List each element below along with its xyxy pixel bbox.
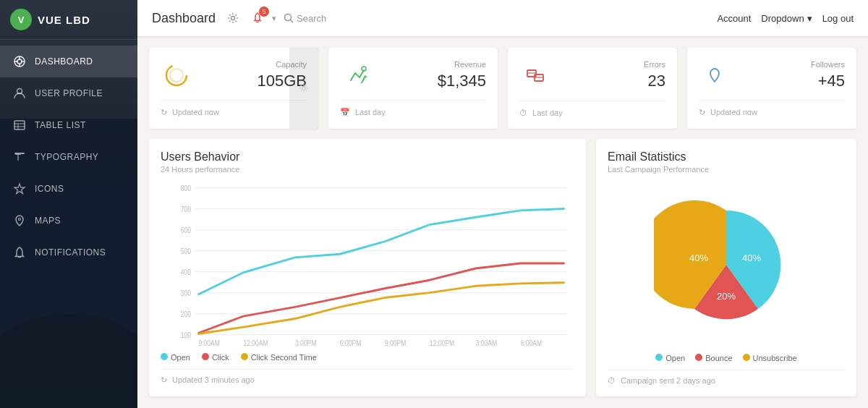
pie-legend-unsubscribe: Unsubscribe <box>743 354 797 362</box>
pie-chart-container: 40% 20% 40% <box>608 187 845 342</box>
email-footer: ⏱ Campaign sent 2 days ago <box>608 370 845 385</box>
typography-icon: T <box>12 149 27 165</box>
sidebar-item-maps[interactable]: Maps <box>0 205 137 237</box>
card-capacity-top: Capacity 105GB <box>161 59 307 91</box>
errors-icon <box>519 59 551 91</box>
sidebar-nav: Dashboard User Profile Table <box>0 40 137 408</box>
sidebar-item-dashboard-label: Dashboard <box>35 56 93 67</box>
card-revenue: Revenue $1,345 📅 Last day <box>328 48 498 129</box>
sidebar-logo[interactable]: V VUE LBD <box>0 0 137 40</box>
clock-icon-2: ⏱ <box>608 376 616 385</box>
dropdown-btn[interactable]: Dropdown ▾ <box>761 13 812 24</box>
svg-point-18 <box>170 69 183 82</box>
sidebar-item-user-profile-label: User Profile <box>35 88 103 98</box>
search-label: Search <box>297 13 326 24</box>
svg-text:6:00AM: 6:00AM <box>521 339 542 347</box>
svg-point-19 <box>302 87 306 90</box>
followers-value: +45 <box>811 72 845 90</box>
svg-text:600: 600 <box>181 226 191 234</box>
svg-text:200: 200 <box>181 310 191 318</box>
topbar-icons: 5 ▾ <box>223 8 276 28</box>
legend-click2: Click Second Time <box>241 353 317 362</box>
revenue-icon <box>340 59 372 91</box>
sidebar-item-icons[interactable]: Icons <box>0 173 137 205</box>
svg-line-16 <box>291 20 294 23</box>
account-link[interactable]: Account <box>717 13 751 24</box>
dashboard-icon <box>12 54 27 69</box>
svg-point-13 <box>19 218 21 221</box>
sidebar-item-dashboard[interactable]: Dashboard <box>0 46 137 77</box>
email-stats-subtitle: Last Campaign Performance <box>608 165 845 174</box>
icons-icon <box>12 181 27 197</box>
chevron-down-icon: ▾ <box>807 13 812 24</box>
svg-text:700: 700 <box>181 205 191 213</box>
settings-icon-btn[interactable] <box>223 8 243 28</box>
notification-badge: 5 <box>259 7 269 17</box>
revenue-footer: 📅 Last day <box>340 100 486 117</box>
calendar-icon: 📅 <box>340 108 350 116</box>
page-title: Dashboard <box>152 11 216 26</box>
refresh-icon: ↻ <box>161 108 167 116</box>
svg-text:500: 500 <box>181 247 191 255</box>
svg-text:12:00PM: 12:00PM <box>430 339 454 347</box>
svg-text:800: 800 <box>181 184 191 192</box>
svg-text:12:00AM: 12:00AM <box>243 339 268 347</box>
logo-text: VUE LBD <box>38 14 90 26</box>
pie-legend-open: Open <box>655 354 685 362</box>
notification-icon <box>12 245 27 260</box>
users-behavior-panel: Users Behavior 24 Hours performance <box>149 139 586 396</box>
svg-rect-12 <box>14 153 25 154</box>
svg-text:3:00AM: 3:00AM <box>476 339 498 347</box>
notification-badge-btn[interactable]: 5 <box>247 8 268 28</box>
svg-point-17 <box>166 65 187 85</box>
followers-icon <box>699 59 731 91</box>
capacity-icon <box>161 59 192 91</box>
bottom-panels: Users Behavior 24 Hours performance <box>149 139 856 396</box>
svg-text:6:00PM: 6:00PM <box>340 339 362 347</box>
followers-label: Followers <box>811 60 845 69</box>
svg-text:300: 300 <box>181 289 191 297</box>
refresh-icon-3: ↻ <box>161 375 167 384</box>
stats-cards: Capacity 105GB ↻ Updated now <box>149 48 856 129</box>
sidebar-item-typography-label: Typography <box>35 152 98 162</box>
sidebar-item-notifications[interactable]: Notifications <box>0 237 137 268</box>
topbar-right: Account Dropdown ▾ Log out <box>717 13 854 24</box>
svg-point-14 <box>231 17 235 20</box>
chart-legend: Open Click Click Second Time <box>161 353 574 362</box>
card-settings-btn[interactable] <box>289 48 318 129</box>
pie-legend: Open Bounce Unsubscribe <box>608 354 845 362</box>
capacity-footer: ↻ Updated now <box>161 100 307 117</box>
search-btn[interactable]: Search <box>284 13 326 24</box>
svg-point-15 <box>285 14 292 21</box>
maps-icon <box>12 213 27 229</box>
main-content: Dashboard 5 ▾ Search <box>137 0 868 408</box>
badge-dropdown[interactable]: ▾ <box>272 14 276 23</box>
revenue-value: $1,345 <box>438 72 486 90</box>
email-stats-title: Email Statistics <box>608 150 845 163</box>
card-errors-top: Errors 23 <box>519 59 665 91</box>
sidebar-item-icons-label: Icons <box>35 184 64 194</box>
logout-link[interactable]: Log out <box>822 13 854 24</box>
svg-text:9:00PM: 9:00PM <box>385 339 407 347</box>
revenue-label: Revenue <box>438 60 486 69</box>
behavior-chart: 800 700 600 500 400 300 200 100 9:00AM 1… <box>161 179 574 347</box>
svg-rect-7 <box>14 121 25 129</box>
user-icon <box>12 85 27 101</box>
sidebar-item-table-list[interactable]: Table List <box>0 109 137 141</box>
svg-text:3:00PM: 3:00PM <box>295 339 317 347</box>
sidebar-item-typography[interactable]: T Typography <box>0 141 137 173</box>
email-statistics-panel: Email Statistics Last Campaign Performan… <box>596 139 856 396</box>
users-behavior-title: Users Behavior <box>161 150 574 163</box>
legend-open: Open <box>161 353 190 362</box>
sidebar-item-notifications-label: Notifications <box>35 247 106 258</box>
errors-label: Errors <box>644 60 665 69</box>
card-capacity: Capacity 105GB ↻ Updated now <box>149 48 318 129</box>
table-icon <box>12 117 27 133</box>
pie-legend-bounce: Bounce <box>695 354 732 362</box>
logo-icon: V <box>10 9 32 30</box>
svg-text:40%: 40% <box>742 252 761 263</box>
card-followers: Followers +45 ↻ Updated now <box>687 48 856 129</box>
followers-footer: ↻ Updated now <box>699 100 845 117</box>
card-revenue-top: Revenue $1,345 <box>340 59 486 91</box>
sidebar-item-user-profile[interactable]: User Profile <box>0 77 137 109</box>
